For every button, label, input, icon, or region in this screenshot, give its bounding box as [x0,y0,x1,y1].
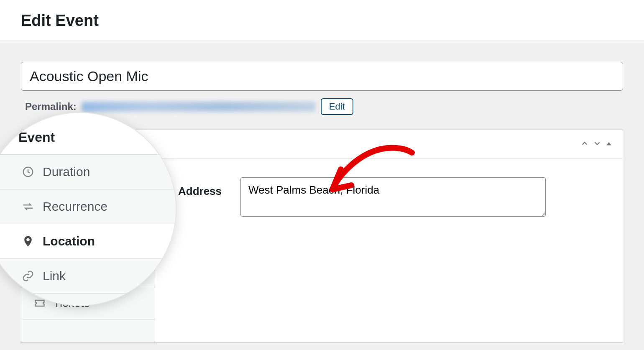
page-title: Edit Event [21,12,623,30]
address-input[interactable] [240,177,546,217]
side-tabs: Duration Recurrence Location [21,158,155,342]
location-pane: Address [155,158,623,342]
edit-permalink-button[interactable]: Edit [321,98,353,115]
tab-label: Recurrence [53,200,114,213]
tab-location[interactable]: Location [21,223,155,255]
tab-tickets[interactable]: Tickets [21,287,155,319]
repeat-icon [33,200,46,213]
metabox-title: Event [30,137,578,151]
tab-duration[interactable]: Duration [21,158,155,191]
pin-icon [33,232,46,245]
event-metabox: Event Duration [21,130,623,343]
permalink-label: Permalink: [25,101,77,112]
tab-recurrence[interactable]: Recurrence [21,191,155,223]
move-down-icon[interactable] [591,137,603,151]
permalink-row: Permalink: Edit [21,98,623,115]
tab-link[interactable]: Link [21,255,155,287]
permalink-url-blurred [82,102,316,112]
link-icon [33,264,46,278]
clock-icon [33,168,46,181]
metabox-body: Duration Recurrence Location [21,158,623,342]
page-header: Edit Event [0,0,644,41]
move-up-icon[interactable] [578,137,591,151]
content-area: Permalink: Edit Event Duration [0,41,644,343]
metabox-header: Event [21,130,623,158]
collapse-icon[interactable] [603,138,614,151]
tab-label: Duration [53,168,97,181]
event-title-input[interactable] [21,62,623,91]
ticket-icon [33,296,46,310]
address-label: Address [178,177,222,324]
tab-label: Link [53,264,74,278]
tab-label: Location [53,232,102,245]
tab-label: Tickets [53,296,90,310]
